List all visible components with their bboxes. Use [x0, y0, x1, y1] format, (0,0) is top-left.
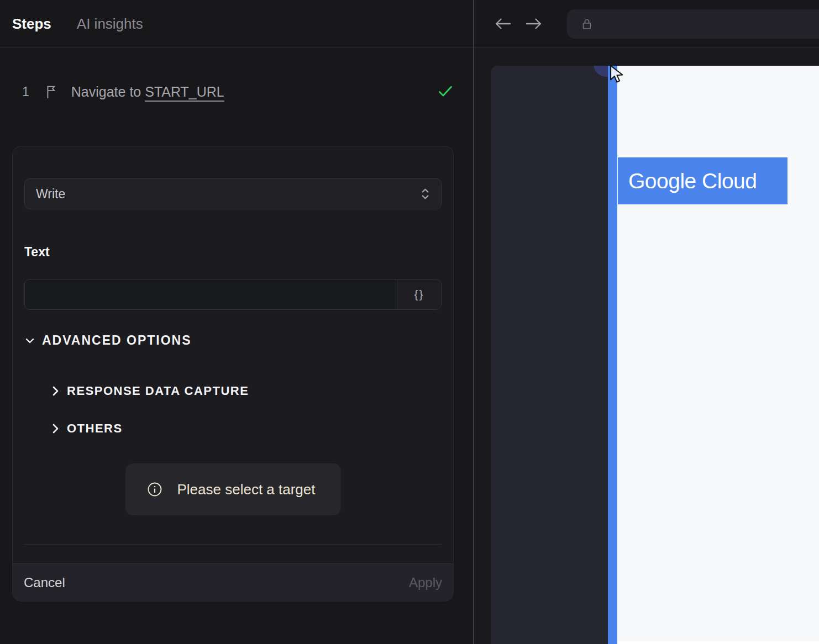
lock-icon: [580, 16, 594, 33]
page-bottom-edge: [617, 641, 819, 644]
step-title: Navigate to START_URL: [71, 84, 224, 100]
action-type-select[interactable]: Write: [24, 178, 442, 209]
page-viewport[interactable]: Google Cloud: [491, 66, 819, 644]
back-arrow-icon: [494, 17, 512, 31]
others-label: OTHERS: [67, 421, 123, 436]
braces-icon: {}: [414, 288, 424, 301]
flag-icon: [45, 83, 59, 100]
page-content-area: [617, 66, 819, 644]
tab-ai-insights[interactable]: AI insights: [77, 15, 143, 33]
check-icon: [438, 85, 453, 99]
text-input-row: {}: [24, 279, 442, 310]
chevron-right-icon: [50, 423, 60, 435]
cursor-pointer-icon: [608, 66, 625, 86]
step-start-url-link[interactable]: START_URL: [145, 84, 224, 99]
step-item-1[interactable]: 1 Navigate to START_URL: [22, 81, 453, 103]
browser-preview-panel: Google Cloud: [474, 0, 819, 644]
google-cloud-logo-text: Google Cloud: [628, 169, 757, 193]
left-topbar: Steps AI insights: [0, 0, 473, 48]
url-bar[interactable]: [567, 9, 819, 39]
apply-button[interactable]: Apply: [409, 575, 442, 590]
response-data-capture-label: RESPONSE DATA CAPTURE: [67, 384, 249, 398]
footer-divider: [24, 544, 442, 545]
back-button[interactable]: [494, 17, 512, 31]
browser-toolbar: [474, 0, 819, 48]
chevron-right-icon: [50, 385, 60, 397]
insert-variable-button[interactable]: {}: [397, 279, 441, 309]
steps-panel: Steps AI insights 1 Navigate to START_UR…: [0, 0, 473, 644]
select-caret-icon: [421, 187, 430, 201]
action-type-value: Write: [36, 187, 65, 202]
step-title-prefix: Navigate to: [71, 84, 145, 99]
forward-button[interactable]: [525, 17, 543, 31]
step-number: 1: [22, 85, 29, 99]
text-field-label: Text: [24, 245, 50, 260]
advanced-options-toggle[interactable]: ADVANCED OPTIONS: [24, 333, 192, 348]
select-target-notice-text: Please select a target: [177, 481, 315, 498]
select-target-notice: Please select a target: [125, 463, 340, 515]
others-toggle[interactable]: OTHERS: [50, 421, 123, 436]
highlight-stripe: [608, 66, 617, 644]
response-data-capture-toggle[interactable]: RESPONSE DATA CAPTURE: [50, 384, 249, 398]
advanced-options-label: ADVANCED OPTIONS: [42, 333, 192, 348]
cancel-button[interactable]: Cancel: [24, 575, 65, 590]
text-input[interactable]: [25, 279, 397, 309]
editor-footer: Cancel Apply: [13, 563, 453, 601]
step-editor-card: Write Text {} ADVANCED OPTIONS R: [12, 146, 454, 601]
google-cloud-logo-highlight[interactable]: Google Cloud: [618, 157, 788, 204]
forward-arrow-icon: [525, 17, 543, 31]
tab-steps[interactable]: Steps: [12, 15, 51, 33]
info-icon: [146, 481, 162, 498]
chevron-down-icon: [24, 335, 35, 346]
